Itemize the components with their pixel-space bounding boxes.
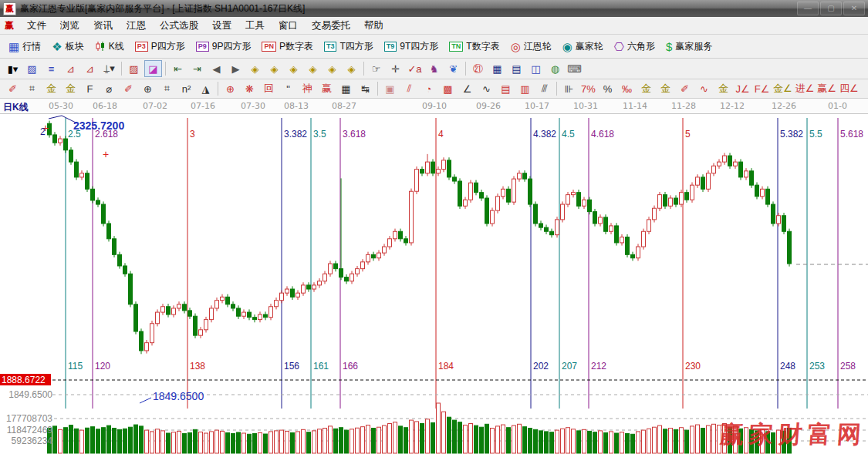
reference-lines [52, 264, 868, 441]
volume-bar [410, 420, 414, 453]
volume-bar [534, 429, 538, 453]
candle [680, 193, 684, 204]
volume-bar [507, 428, 511, 453]
candle [745, 171, 748, 177]
svg-text:230: 230 [685, 361, 701, 372]
candle [777, 216, 781, 224]
svg-text:3.382: 3.382 [284, 129, 307, 140]
volume-bar [496, 426, 500, 453]
candle [102, 204, 106, 224]
app-window: 赢 赢家江恩专业版[赢家内部服务平台] - [上证指数 SH1A0001-167… [0, 0, 868, 454]
candle [512, 179, 516, 202]
candle [723, 156, 727, 162]
candle [334, 264, 338, 269]
candle [269, 307, 273, 318]
candle [140, 331, 144, 351]
volume-bar [372, 429, 376, 454]
svg-text:166: 166 [343, 361, 358, 372]
svg-text:120: 120 [95, 361, 110, 372]
volume-scale-label: 59236234 [12, 436, 53, 446]
candle [307, 285, 311, 289]
svg-text:1888.6722: 1888.6722 [2, 375, 46, 385]
svg-text:5.5: 5.5 [809, 129, 822, 140]
volume-bar [599, 431, 603, 453]
volume-bar [658, 425, 662, 453]
volume-bar [285, 431, 289, 453]
svg-text:3: 3 [190, 129, 195, 140]
svg-text:253: 253 [809, 361, 825, 372]
volume-bar [253, 434, 257, 453]
candle [523, 173, 527, 179]
volume-bar [529, 429, 532, 454]
candle [577, 193, 581, 207]
volume-bar [469, 424, 473, 453]
volume-bar [296, 432, 300, 453]
volume-bars [48, 403, 792, 453]
volume-bar [566, 428, 570, 453]
candle [248, 312, 252, 318]
volume-bar [302, 429, 306, 453]
volume-bar [129, 427, 133, 453]
candle [258, 314, 262, 320]
candle [372, 254, 376, 257]
svg-text:161: 161 [313, 361, 329, 372]
volume-bar [637, 432, 640, 453]
volume-bar [383, 425, 387, 453]
volume-bar [653, 427, 657, 453]
volume-bar [167, 433, 171, 453]
volume-bar [437, 403, 441, 453]
volume-bar [485, 424, 489, 453]
candle [620, 237, 624, 243]
volume-bar [620, 432, 624, 453]
candle [496, 197, 500, 210]
svg-text:202: 202 [533, 361, 549, 372]
volume-bar [172, 432, 176, 453]
volume-bar [404, 428, 408, 453]
candle [275, 301, 279, 307]
candle [107, 224, 111, 239]
volume-bar [712, 424, 716, 453]
candle [480, 193, 484, 198]
candle [491, 210, 495, 224]
volume-bar [275, 431, 279, 453]
candle [210, 308, 214, 320]
svg-text:2: 2 [40, 126, 46, 137]
volume-bar [345, 430, 349, 453]
volume-bar [388, 424, 392, 453]
candle [782, 216, 786, 232]
volume-bar [53, 426, 57, 453]
volume-bar [258, 432, 262, 453]
candle [507, 189, 511, 202]
svg-text:5.618: 5.618 [840, 129, 863, 140]
volume-bar [231, 434, 235, 453]
volume-bar [626, 434, 630, 453]
candle [518, 173, 522, 179]
volume-bar [69, 425, 73, 453]
candle [388, 239, 392, 247]
candle [145, 343, 149, 351]
candle [312, 285, 316, 289]
volume-bar [123, 429, 127, 453]
volume-bar [307, 432, 311, 453]
svg-text:4.618: 4.618 [591, 129, 614, 140]
kline-chart-canvas[interactable]: 2.51152.61812031383.3821563.51613.618166… [0, 0, 868, 454]
volume-scale-label: 177708703 [6, 413, 52, 424]
candle [718, 162, 721, 166]
volume-bar [664, 429, 667, 453]
volume-bar [642, 430, 646, 453]
volume-bar [242, 433, 246, 453]
candle [788, 231, 792, 264]
candle [329, 264, 333, 274]
volume-bar [502, 425, 505, 453]
volume-bar [280, 430, 284, 453]
volume-bar [577, 431, 581, 453]
candle [399, 231, 403, 239]
candle [91, 189, 95, 200]
volume-bar [691, 426, 694, 453]
svg-text:+: + [103, 148, 109, 160]
volume-bar [475, 425, 478, 453]
candle [361, 262, 365, 269]
watermark: 赢家财富网 [719, 419, 868, 451]
volume-bar [593, 432, 597, 453]
svg-text:5: 5 [685, 129, 691, 140]
